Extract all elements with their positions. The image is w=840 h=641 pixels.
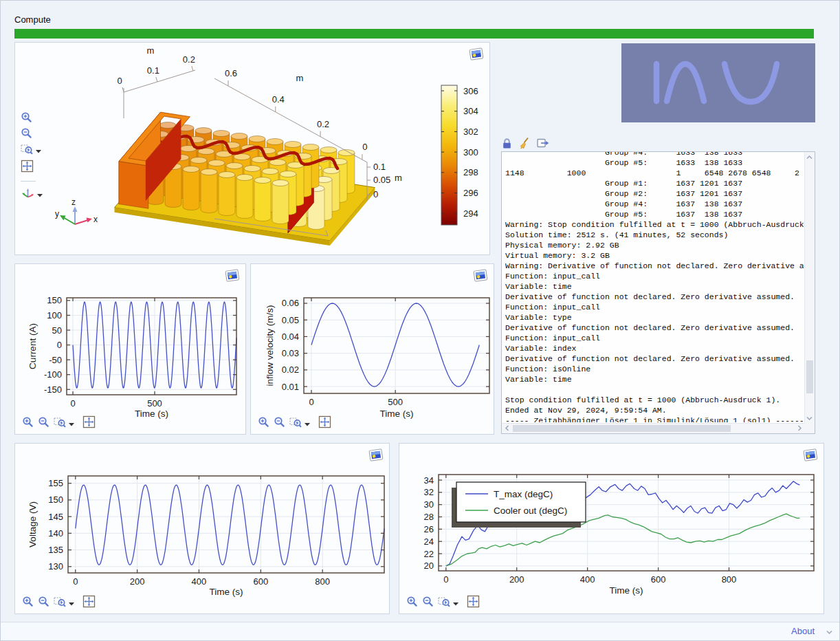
footer-chevron-button[interactable] bbox=[821, 626, 837, 637]
snapshot-button[interactable] bbox=[802, 448, 819, 463]
zoom-extents-button[interactable] bbox=[318, 415, 331, 431]
svg-text:22: 22 bbox=[424, 549, 434, 559]
svg-text:0.1: 0.1 bbox=[373, 162, 386, 172]
scroll-up-icon[interactable] bbox=[805, 153, 814, 162]
svg-text:0.6: 0.6 bbox=[225, 68, 237, 78]
svg-text:500: 500 bbox=[147, 398, 162, 409]
log-horizontal-scrollbar[interactable] bbox=[502, 423, 804, 433]
svg-text:20: 20 bbox=[424, 561, 434, 571]
svg-text:0: 0 bbox=[57, 340, 62, 350]
svg-text:0: 0 bbox=[362, 142, 367, 152]
zoom-out-button[interactable] bbox=[422, 596, 434, 609]
caret-down-icon bbox=[69, 418, 74, 428]
svg-text:Voltage (V): Voltage (V) bbox=[27, 501, 38, 547]
svg-text:500: 500 bbox=[388, 397, 403, 407]
zoom-in-button[interactable] bbox=[258, 416, 269, 430]
log-export-button[interactable] bbox=[537, 138, 550, 151]
zoom-box-button[interactable] bbox=[289, 416, 310, 431]
svg-text:298: 298 bbox=[463, 167, 478, 177]
zoom-out-button[interactable] bbox=[38, 416, 49, 430]
zoom-out-icon bbox=[38, 416, 49, 430]
zoom-in-button[interactable] bbox=[21, 111, 32, 125]
snapshot-button[interactable] bbox=[467, 47, 485, 62]
zoom-out-icon bbox=[274, 416, 285, 430]
voltage-chart: 0200400600800130135140145150155Time (s)V… bbox=[15, 444, 389, 613]
progress-bar bbox=[14, 29, 814, 39]
svg-text:T_max (degC): T_max (degC) bbox=[494, 489, 553, 499]
log-panel[interactable]: Group #4: 1633 138 1633 Group #5: 1633 1… bbox=[501, 151, 815, 434]
zoom-box-button[interactable] bbox=[54, 416, 74, 431]
zoom-extents-icon bbox=[467, 595, 480, 610]
about-link[interactable]: About bbox=[791, 626, 815, 636]
plot-panel-voltage: 0200400600800130135140145150155Time (s)V… bbox=[14, 443, 390, 614]
svg-text:0: 0 bbox=[309, 397, 313, 407]
snapshot-button[interactable] bbox=[367, 448, 385, 463]
plot-toolbar bbox=[406, 595, 480, 610]
scrollbar-corner bbox=[804, 423, 815, 433]
zoom-in-icon bbox=[258, 416, 269, 430]
svg-text:155: 155 bbox=[48, 478, 63, 488]
scroll-right-icon[interactable] bbox=[795, 424, 804, 433]
svg-text:800: 800 bbox=[722, 574, 737, 585]
zoom-extents-icon bbox=[21, 160, 34, 175]
zoom-out-button[interactable] bbox=[21, 127, 32, 141]
export-icon bbox=[537, 138, 550, 151]
snapshot-icon bbox=[467, 54, 485, 64]
svg-text:m: m bbox=[395, 173, 402, 183]
zoom-box-button[interactable] bbox=[54, 596, 74, 610]
zoom-extents-button[interactable] bbox=[21, 160, 34, 175]
vertical-scroll-thumb[interactable] bbox=[806, 360, 813, 393]
plot-toolbar bbox=[22, 415, 96, 431]
snapshot-icon bbox=[367, 455, 385, 465]
scroll-down-icon[interactable] bbox=[805, 413, 814, 422]
log-lock-button[interactable] bbox=[502, 138, 512, 151]
svg-text:0: 0 bbox=[373, 189, 378, 199]
zoom-out-icon bbox=[38, 596, 49, 609]
svg-text:0.01: 0.01 bbox=[282, 382, 299, 392]
svg-text:Time (s): Time (s) bbox=[380, 409, 414, 419]
svg-text:0.2: 0.2 bbox=[183, 54, 195, 65]
horizontal-scroll-thumb[interactable] bbox=[513, 425, 731, 432]
svg-text:304: 304 bbox=[463, 106, 478, 116]
svg-text:400: 400 bbox=[192, 576, 207, 587]
zoom-extents-button[interactable] bbox=[82, 415, 96, 431]
zoom-out-button[interactable] bbox=[38, 596, 49, 609]
svg-text:302: 302 bbox=[463, 127, 478, 137]
svg-text:m: m bbox=[296, 73, 304, 83]
zoom-extents-button[interactable] bbox=[82, 595, 96, 610]
snapshot-icon bbox=[223, 275, 241, 285]
plot-panel-inflow: 05000.010.020.030.040.050.06Time (s)infl… bbox=[250, 263, 494, 435]
svg-text:Cooler out (degC): Cooler out (degC) bbox=[494, 506, 567, 516]
svg-text:-150: -150 bbox=[44, 384, 62, 395]
svg-text:130: 130 bbox=[48, 561, 63, 572]
zoom-extents-icon bbox=[82, 595, 96, 610]
svg-text:0.4: 0.4 bbox=[272, 94, 285, 105]
zoom-box-button[interactable] bbox=[438, 596, 458, 610]
zoom-out-button[interactable] bbox=[274, 416, 285, 430]
svg-text:0: 0 bbox=[443, 574, 448, 585]
zoom-extents-button[interactable] bbox=[467, 595, 480, 610]
svg-text:0.05: 0.05 bbox=[282, 315, 299, 325]
view-orientation-button[interactable] bbox=[21, 186, 43, 202]
status-bar: About bbox=[1, 622, 839, 640]
broom-icon bbox=[518, 137, 531, 151]
svg-text:800: 800 bbox=[315, 576, 330, 587]
caret-down-icon bbox=[453, 598, 458, 608]
compute-label: Compute bbox=[14, 14, 51, 25]
log-vertical-scrollbar[interactable] bbox=[804, 152, 815, 423]
zoom-in-button[interactable] bbox=[22, 596, 34, 609]
scroll-left-icon[interactable] bbox=[502, 424, 511, 433]
snapshot-button[interactable] bbox=[223, 268, 241, 283]
svg-text:0.2: 0.2 bbox=[317, 119, 329, 129]
svg-text:306: 306 bbox=[463, 86, 478, 96]
log-clear-button[interactable] bbox=[518, 137, 531, 151]
svg-text:x: x bbox=[93, 215, 98, 224]
zoom-extents-icon bbox=[82, 415, 96, 431]
zoom-box-button[interactable] bbox=[21, 143, 41, 157]
zoom-in-button[interactable] bbox=[22, 416, 34, 430]
svg-text:0.05: 0.05 bbox=[373, 175, 390, 185]
snapshot-button[interactable] bbox=[472, 268, 489, 283]
zoom-extents-icon bbox=[318, 415, 331, 431]
svg-text:400: 400 bbox=[580, 574, 595, 585]
zoom-in-button[interactable] bbox=[406, 596, 418, 609]
